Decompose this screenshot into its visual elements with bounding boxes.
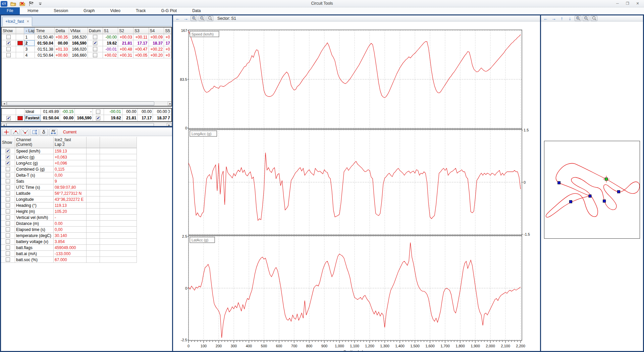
show-checkbox[interactable]	[6, 47, 11, 51]
summary-row[interactable]: ✔Fastest01:50.0400.00166,590✔19.6221.811…	[2, 115, 171, 121]
show-checkbox[interactable]	[6, 191, 10, 195]
show-checkbox[interactable]: ✔	[93, 41, 97, 45]
show-checkbox[interactable]: ✔	[6, 149, 10, 153]
pan-down-icon[interactable]: ↓	[567, 16, 573, 21]
show-checkbox[interactable]	[6, 245, 10, 250]
show-checkbox[interactable]: ✔	[6, 41, 11, 45]
zoom-in-icon[interactable]	[575, 16, 581, 21]
channel-row[interactable]: ✔LongAcc (g)+0,096	[1, 160, 138, 166]
channel-row[interactable]: Delta-T (s)0,00	[1, 172, 138, 178]
current-position-marker[interactable]	[605, 178, 608, 180]
max-marker-icon[interactable]	[11, 129, 20, 135]
pan-left-icon[interactable]: ←	[542, 16, 549, 21]
channel-row[interactable]: batt.soc (%)67.000	[1, 257, 138, 263]
menu-track[interactable]: Track	[128, 7, 154, 14]
scroll-left-icon[interactable]: ◄	[2, 102, 7, 106]
channel-row[interactable]: Height (m)105.20	[1, 209, 138, 215]
cursor-add-icon[interactable]	[2, 129, 10, 135]
pan-right-icon[interactable]: →	[182, 16, 189, 21]
delta-icon[interactable]: δ	[40, 129, 48, 135]
channel-row[interactable]: battery voltage (v)3.854	[1, 239, 138, 245]
channel-row[interactable]: Heading (°)119.13	[1, 202, 138, 209]
show-checkbox[interactable]	[6, 53, 11, 57]
zoom-out-icon[interactable]	[583, 16, 589, 21]
channel-row[interactable]: ✔Speed (km/h)159.13	[1, 148, 138, 154]
show-checkbox[interactable]	[6, 185, 10, 189]
channel-row[interactable]: Sats9	[1, 178, 138, 184]
lap-row[interactable]: 301:51.38+01.33166,020-00.01+00.48+00.47…	[2, 46, 171, 52]
show-checkbox[interactable]	[6, 251, 10, 256]
show-checkbox[interactable]	[6, 227, 10, 232]
channel-row[interactable]: Combined G (g)0,115	[1, 166, 138, 172]
show-checkbox[interactable]	[6, 173, 10, 177]
menu-file[interactable]: File	[0, 7, 20, 14]
zoom-in-icon[interactable]	[191, 16, 197, 21]
show-checkbox[interactable]: ✔	[6, 161, 10, 165]
close-button[interactable]: ✕	[633, 0, 643, 7]
channel-row[interactable]: Latitude56°7,227312 N	[1, 190, 138, 196]
channel-row[interactable]: Distance (m)0.00	[1, 221, 138, 227]
sector-marker[interactable]	[558, 181, 560, 184]
vertical-scale-icon[interactable]	[30, 129, 39, 135]
laps-hscrollbar[interactable]: ◄ ►	[2, 101, 172, 106]
channel-row[interactable]: temperature (degC)30.140	[1, 233, 138, 239]
show-checkbox[interactable]	[93, 53, 97, 57]
zoom-icon[interactable]	[591, 16, 597, 21]
channel-row[interactable]: Longitude43°36,232272 E	[1, 196, 138, 202]
show-checkbox[interactable]: ✔	[6, 116, 11, 120]
channel-row[interactable]: Elapsed time (s)0,00	[1, 227, 138, 233]
zoom-icon[interactable]	[207, 16, 213, 21]
pan-up-icon[interactable]: ↑	[558, 16, 565, 21]
show-checkbox[interactable]	[6, 179, 10, 183]
lap-row[interactable]: ✔201:50.0400.00166,590✔19.6221.8117.1718…	[2, 40, 171, 46]
restore-button[interactable]: ❐	[623, 0, 633, 7]
tab-close-icon[interactable]: ×	[27, 19, 29, 24]
show-checkbox[interactable]	[6, 35, 11, 39]
show-checkbox[interactable]	[6, 215, 10, 220]
channel-row[interactable]: UTC Time (s)08:59:07,80	[1, 184, 138, 190]
min-marker-icon[interactable]	[21, 129, 29, 135]
lap-row[interactable]: 401:50.64+00.60166,660+00.02+00.31+00.05…	[2, 52, 171, 58]
show-checkbox[interactable]: ✔	[6, 155, 10, 159]
menu-graph[interactable]: Graph	[76, 7, 102, 14]
zoom-out-icon[interactable]	[199, 16, 205, 21]
menu-data[interactable]: Data	[184, 7, 208, 14]
show-checkbox[interactable]: ✔	[96, 116, 100, 120]
track-map[interactable]	[544, 141, 640, 239]
charts-canvas[interactable]: 16783.50Speed (km/h)1.50-1.5LongAcc (g)2…	[173, 22, 540, 351]
summary-row[interactable]: Ideal01:49.89-00.15--00.0100.0000.0000.0…	[2, 109, 171, 115]
show-checkbox[interactable]	[6, 239, 10, 244]
show-checkbox[interactable]	[96, 110, 100, 114]
session-tab[interactable]: +Ice2_fast×	[2, 17, 32, 26]
menu-gg-plot[interactable]: G-G Plot	[153, 7, 184, 14]
scroll-thumb[interactable]	[7, 102, 154, 106]
sector-marker[interactable]	[589, 195, 591, 197]
channel-row[interactable]: Vertical vel (km/h)-	[1, 215, 138, 221]
lap-row[interactable]: 101:50.40+00.35166,520-00.00+00.03+00.11…	[2, 34, 171, 40]
session-tab-label: +Ice2_fast	[5, 19, 24, 24]
channel-row[interactable]: batt.ai (mA)-133.000	[1, 251, 138, 257]
show-checkbox[interactable]	[93, 47, 97, 51]
menu-session[interactable]: Session	[46, 7, 76, 14]
show-checkbox[interactable]	[6, 221, 10, 226]
menu-video[interactable]: Video	[102, 7, 128, 14]
show-checkbox[interactable]	[6, 209, 10, 214]
sector-marker[interactable]	[569, 200, 572, 203]
sector-marker[interactable]	[603, 200, 606, 202]
show-checkbox[interactable]	[6, 233, 10, 238]
show-checkbox[interactable]	[6, 197, 10, 201]
minimize-button[interactable]: ─	[612, 0, 623, 7]
pan-right-icon[interactable]: →	[550, 16, 557, 21]
sector-marker[interactable]	[617, 190, 620, 193]
menu-home[interactable]: Home	[20, 7, 46, 14]
show-checkbox[interactable]	[93, 35, 97, 39]
pan-left-icon[interactable]: ←	[174, 16, 181, 21]
scroll-right-icon[interactable]: ►	[168, 102, 172, 106]
channel-row[interactable]: batt.flags459049.000	[1, 245, 138, 251]
show-checkbox[interactable]	[6, 257, 10, 262]
show-checkbox[interactable]	[6, 203, 10, 208]
av-span-icon[interactable]: AV	[49, 129, 57, 135]
channel-row[interactable]: ✔LatAcc (g)+0,063	[1, 154, 138, 160]
svg-text:1,000: 1,000	[335, 344, 344, 348]
show-checkbox[interactable]	[6, 167, 10, 171]
